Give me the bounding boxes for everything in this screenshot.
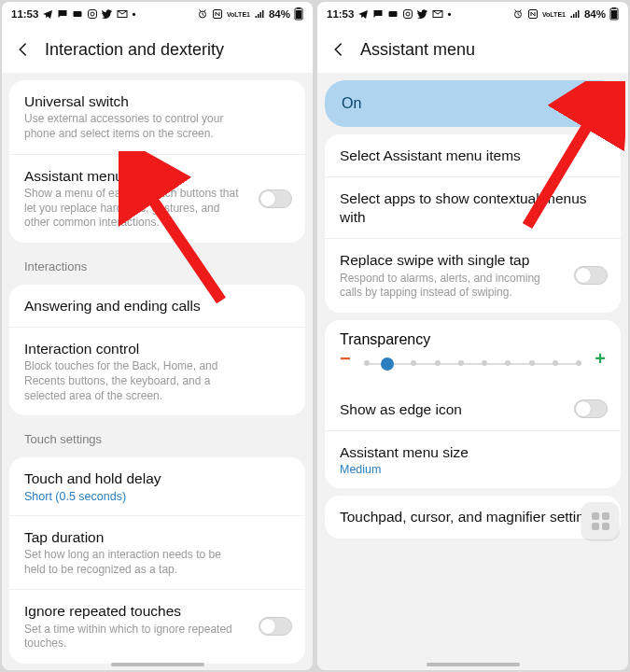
twitter-icon [417,8,428,20]
volte-icon: VoLTE1 [542,11,566,18]
master-toggle-row[interactable]: On [325,80,621,127]
row-title: Universal switch [24,92,290,110]
phone-left: 11:53 • VoLTE1 84% Interaction and dexte… [2,2,313,670]
battery-icon [609,7,619,21]
row-title: Replace swipe with single tap [340,251,606,269]
alarm-icon [197,8,208,20]
mail-icon [432,8,443,20]
phone-right: 11:53 • VoLTE1 84% Assistant menu [317,2,628,670]
menu-size-row[interactable]: Assistant menu size Medium [325,430,621,488]
row-title: Select apps to show contextual menus wit… [340,189,606,226]
svg-point-2 [91,12,94,16]
back-icon[interactable] [330,41,347,58]
row-title: Show as edge icon [340,400,606,418]
back-icon[interactable] [15,41,32,58]
status-bar: 11:53 • VoLTE1 84% [317,2,628,26]
row-title: Touch and hold delay [24,469,290,487]
row-title: Select Assistant menu items [340,147,606,164]
page-title: Assistant menu [360,40,475,60]
row-title: Answering and ending calls [24,297,290,315]
row-value: Medium [340,463,606,476]
svg-rect-7 [296,10,301,19]
mail-icon [117,8,128,20]
universal-switch-row[interactable]: Universal switch Use external accessorie… [9,80,305,154]
row-desc: Set how long an interaction needs to be … [24,548,290,577]
master-toggle[interactable] [574,94,608,113]
gesture-bar[interactable] [111,663,204,666]
volte-icon: VoLTE1 [227,11,250,18]
nfc-icon [527,8,539,20]
svg-rect-1 [89,10,97,19]
slider-thumb[interactable] [381,357,394,371]
svg-rect-17 [612,7,616,9]
master-toggle-label: On [342,95,604,112]
svg-point-11 [406,12,410,16]
row-desc: Use external accessories to control your… [24,112,290,141]
answering-calls-row[interactable]: Answering and ending calls [9,285,305,327]
select-items-row[interactable]: Select Assistant menu items [325,134,621,176]
message-icon [372,8,384,20]
gesture-bar[interactable] [427,663,520,666]
row-title: Transparency [340,331,606,348]
replace-swipe-row[interactable]: Replace swipe with single tap Respond to… [325,238,621,313]
row-desc: Set a time within which to ignore repeat… [24,623,290,651]
touchpad-settings-row[interactable]: Touchpad, cursor, and magnifier settings [325,496,621,538]
twitter-icon [102,8,113,20]
svg-rect-0 [74,11,82,17]
status-dot: • [447,8,451,20]
assistant-menu-toggle[interactable] [259,189,292,208]
telegram-icon [357,8,369,20]
grid-icon [592,512,609,530]
status-time: 11:53 [327,8,354,20]
appbar: Assistant menu [317,26,628,73]
instagram-icon [87,8,98,20]
alarm-icon [512,8,524,20]
row-desc: Block touches for the Back, Home, and Re… [24,359,290,403]
instagram-icon [402,8,413,20]
slider-minus-icon[interactable]: − [340,348,351,370]
row-value: Short (0.5 seconds) [24,490,290,503]
select-apps-row[interactable]: Select apps to show contextual menus wit… [325,176,621,238]
section-touch: Touch settings [9,423,305,450]
transparency-row: Transparency − + [325,320,621,388]
camera-icon [387,8,399,20]
settings-list[interactable]: Universal switch Use external accessorie… [2,73,313,670]
settings-list[interactable]: On Select Assistant menu items Select ap… [317,73,628,670]
row-desc: Show a menu of easy-to-reach buttons tha… [24,187,290,231]
telegram-icon [42,8,53,20]
ignore-repeated-row[interactable]: Ignore repeated touches Set a time withi… [9,589,305,664]
row-title: Ignore repeated touches [24,602,290,620]
status-bar: 11:53 • VoLTE1 84% [2,2,313,26]
row-title: Touchpad, cursor, and magnifier settings [340,508,606,525]
ignore-repeated-toggle[interactable] [259,617,292,636]
row-title: Assistant menu size [340,443,606,461]
status-dot: • [132,8,135,20]
battery-icon [294,7,303,21]
page-title: Interaction and dexterity [45,40,224,60]
row-title: Assistant menu [24,167,290,185]
touch-hold-delay-row[interactable]: Touch and hold delay Short (0.5 seconds) [9,457,305,514]
signal-icon [254,8,265,20]
show-edge-row[interactable]: Show as edge icon [325,388,621,430]
svg-rect-8 [297,7,301,9]
battery-text: 84% [584,8,606,20]
appbar: Interaction and dexterity [2,26,313,73]
slider-plus-icon[interactable]: + [595,348,606,370]
row-title: Interaction control [24,340,290,357]
replace-swipe-toggle[interactable] [574,266,608,285]
row-desc: Respond to alarms, alerts, and incoming … [340,272,606,301]
message-icon [57,8,68,20]
svg-rect-16 [611,10,617,19]
assistant-menu-row[interactable]: Assistant menu Show a menu of easy-to-re… [9,154,305,243]
tap-duration-row[interactable]: Tap duration Set how long an interaction… [9,515,305,590]
svg-rect-9 [389,11,398,17]
show-edge-toggle[interactable] [574,399,608,418]
nfc-icon [212,8,223,20]
row-title: Tap duration [24,528,290,546]
interaction-control-row[interactable]: Interaction control Block touches for th… [9,327,305,415]
signal-icon [569,8,581,20]
status-time: 11:53 [11,8,38,20]
transparency-slider[interactable] [357,352,590,365]
assistant-menu-fab[interactable] [581,502,619,539]
svg-rect-10 [404,10,413,19]
